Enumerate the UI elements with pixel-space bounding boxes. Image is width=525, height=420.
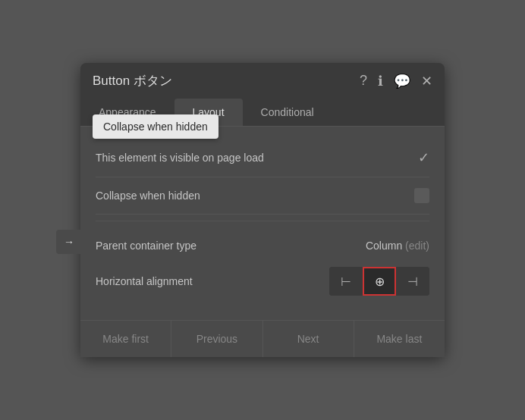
collapse-setting-row: Collapse when hidden — [96, 177, 429, 215]
alignment-row: Horizontal alignment ⊢ ⊕ ⊣ — [96, 261, 429, 308]
bottom-nav: Make first Previous Next Make last — [80, 320, 445, 357]
visible-setting-row: This element is visible on page load ✓ — [96, 139, 429, 177]
next-button[interactable]: Next — [263, 321, 354, 357]
alignment-label: Horizontal alignment — [96, 275, 193, 287]
side-arrow[interactable]: → — [56, 230, 82, 254]
info-icon[interactable]: ℹ — [378, 73, 383, 89]
tab-conditional[interactable]: Conditional — [243, 99, 332, 126]
container-label: Parent container type — [96, 240, 196, 252]
chat-icon[interactable]: 💬 — [394, 73, 410, 89]
align-left-button[interactable]: ⊢ — [329, 267, 363, 296]
divider-1 — [96, 221, 429, 221]
container-row: Parent container type Column (edit) — [96, 227, 429, 261]
visible-checkbox[interactable]: ✓ — [418, 149, 429, 166]
collapse-label: Collapse when hidden — [96, 190, 200, 202]
panel-content: This element is visible on page load ✓ C… — [80, 127, 445, 320]
align-right-icon: ⊣ — [407, 274, 418, 289]
panel: → Collapse when hidden Button ボタン ? ℹ 💬 … — [80, 63, 445, 357]
previous-button[interactable]: Previous — [171, 321, 262, 357]
header-icons: ? ℹ 💬 ✕ — [360, 73, 432, 89]
align-right-button[interactable]: ⊣ — [396, 267, 429, 296]
align-center-icon: ⊕ — [375, 274, 385, 289]
help-icon[interactable]: ? — [360, 73, 367, 89]
visible-label: This element is visible on page load — [96, 152, 264, 164]
container-edit-link[interactable]: (edit) — [405, 240, 429, 252]
align-center-button[interactable]: ⊕ — [363, 267, 396, 296]
close-icon[interactable]: ✕ — [421, 73, 432, 89]
collapse-checkbox[interactable] — [414, 188, 429, 203]
panel-title: Button ボタン — [93, 72, 172, 89]
align-left-icon: ⊢ — [341, 274, 351, 289]
tooltip: Collapse when hidden — [93, 114, 218, 139]
make-first-button[interactable]: Make first — [80, 321, 171, 357]
alignment-buttons: ⊢ ⊕ ⊣ — [329, 267, 429, 296]
make-last-button[interactable]: Make last — [354, 321, 445, 357]
container-value: Column (edit) — [366, 240, 429, 252]
panel-header: Button ボタン ? ℹ 💬 ✕ — [80, 63, 445, 99]
